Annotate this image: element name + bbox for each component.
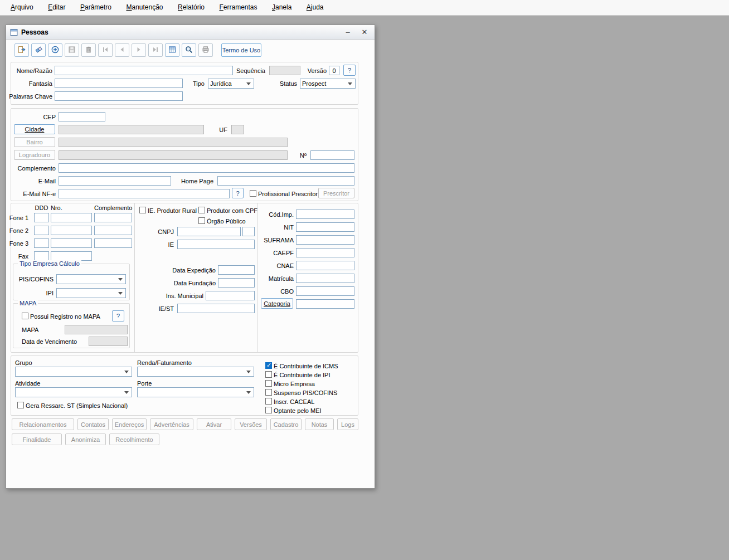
prescritor-button[interactable]: Prescritor: [318, 188, 354, 198]
fone1-complemento-field[interactable]: [94, 213, 132, 222]
add-button[interactable]: [48, 43, 62, 57]
status-select[interactable]: Prospect: [300, 79, 356, 89]
inscr-caceal-checkbox[interactable]: [265, 398, 272, 405]
nit-field[interactable]: [296, 222, 354, 232]
fone1-nro-field[interactable]: [51, 213, 92, 222]
possui-registro-mapa-checkbox[interactable]: [22, 313, 28, 319]
pis-cofins-select[interactable]: [56, 274, 126, 284]
renda-faturamento-select[interactable]: [137, 367, 254, 377]
categoria-button[interactable]: Categoria: [261, 298, 293, 309]
suspenso-pis-cofins-checkbox[interactable]: [265, 389, 272, 396]
home-page-field[interactable]: [217, 176, 354, 186]
profissional-prescritor-checkbox[interactable]: [250, 190, 256, 197]
logradouro-button[interactable]: Logradouro: [14, 150, 55, 160]
print-button[interactable]: [198, 43, 213, 57]
close-button[interactable]: ✕: [361, 28, 368, 36]
anonimiza-button[interactable]: Anonimiza: [65, 434, 106, 445]
suframa-field[interactable]: [296, 235, 354, 245]
categoria-field[interactable]: [296, 299, 354, 309]
fone1-ddd-field[interactable]: [34, 213, 49, 222]
finalidade-button[interactable]: Finalidade: [12, 434, 62, 445]
cnae-field[interactable]: [296, 261, 354, 270]
versoes-button[interactable]: Versões: [235, 418, 267, 430]
fone2-nro-field[interactable]: [51, 226, 92, 235]
nome-razao-field[interactable]: [55, 66, 233, 75]
fax-ddd-field[interactable]: [34, 251, 49, 261]
menu-janela[interactable]: Janela: [266, 0, 298, 15]
menu-relatorio[interactable]: Relatório: [172, 0, 211, 15]
ie-produtor-rural-checkbox[interactable]: [139, 207, 146, 213]
ie-st-field[interactable]: [177, 304, 255, 313]
produtor-com-cpf-checkbox[interactable]: [198, 207, 205, 213]
fax-nro-field[interactable]: [51, 251, 92, 261]
email-nfe-help-button[interactable]: ?: [232, 188, 244, 198]
atividade-select[interactable]: [15, 387, 132, 397]
next-record-button[interactable]: [132, 43, 146, 57]
mapa-help-button[interactable]: ?: [112, 310, 124, 322]
previous-record-button[interactable]: [115, 43, 129, 57]
menu-editar[interactable]: Editar: [42, 0, 71, 15]
clear-button[interactable]: [31, 43, 46, 57]
email-field[interactable]: [59, 176, 171, 186]
fone3-nro-field[interactable]: [51, 238, 92, 248]
delete-button[interactable]: [81, 43, 96, 57]
ie-field[interactable]: [177, 240, 255, 249]
menu-ferramentas[interactable]: Ferramentas: [213, 0, 263, 15]
grid-view-button[interactable]: [165, 43, 179, 57]
cep-field[interactable]: [59, 112, 105, 121]
cadastro-button[interactable]: Cadastro: [270, 418, 302, 430]
menu-parametro[interactable]: Parâmetro: [74, 0, 118, 15]
cbo-field[interactable]: [296, 286, 354, 296]
ins-municipal-field[interactable]: [206, 291, 255, 300]
palavras-chave-field[interactable]: [55, 91, 183, 101]
menu-manutencao[interactable]: Manutenção: [120, 0, 169, 15]
fone2-complemento-field[interactable]: [94, 226, 132, 235]
logs-button[interactable]: Logs: [337, 418, 358, 430]
first-record-button[interactable]: [98, 43, 113, 57]
save-button[interactable]: [65, 43, 79, 57]
cnpj-field[interactable]: [177, 227, 241, 236]
notas-button[interactable]: Notas: [305, 418, 334, 430]
grupo-select[interactable]: [15, 367, 132, 377]
ativar-button[interactable]: Ativar: [197, 418, 231, 430]
enderecos-button[interactable]: Endereços: [112, 418, 147, 430]
menu-arquivo[interactable]: Arquivo: [4, 0, 40, 15]
matricula-field[interactable]: [296, 274, 354, 283]
title-bar[interactable]: Pessoas – ✕: [6, 25, 375, 40]
tipo-select[interactable]: Jurídica: [208, 79, 254, 89]
relacionamentos-button[interactable]: Relacionamentos: [12, 418, 74, 430]
menu-ajuda[interactable]: Ajuda: [300, 0, 330, 15]
micro-empresa-checkbox[interactable]: [265, 380, 272, 387]
fone3-ddd-field[interactable]: [34, 238, 49, 248]
optante-mei-checkbox[interactable]: [265, 407, 272, 413]
bairro-button[interactable]: Bairro: [14, 137, 55, 147]
search-button[interactable]: [182, 43, 196, 57]
numero-field[interactable]: [310, 150, 354, 160]
cidade-button[interactable]: Cidade: [14, 124, 55, 134]
data-fundacao-field[interactable]: [218, 278, 255, 288]
fantasia-field[interactable]: [55, 79, 183, 88]
last-record-button[interactable]: [148, 43, 163, 57]
versao-help-button[interactable]: ?: [343, 65, 356, 76]
complemento-field[interactable]: [59, 163, 354, 173]
cnpj-suffix-field[interactable]: [242, 227, 255, 236]
exit-button[interactable]: [14, 43, 29, 57]
versao-field[interactable]: [329, 66, 339, 75]
email-nfe-field[interactable]: [59, 189, 230, 198]
contribuinte-ipi-checkbox[interactable]: [265, 371, 272, 378]
recolhimento-button[interactable]: Recolhimento: [109, 434, 159, 445]
contatos-button[interactable]: Contatos: [77, 418, 109, 430]
fone2-ddd-field[interactable]: [34, 226, 49, 235]
porte-select[interactable]: [137, 387, 254, 397]
fone3-complemento-field[interactable]: [94, 238, 132, 248]
termo-de-uso-button[interactable]: Termo de Uso: [221, 43, 261, 57]
data-expedicao-field[interactable]: [218, 265, 255, 275]
orgao-publico-checkbox[interactable]: [198, 217, 205, 224]
cod-imp-field[interactable]: [296, 210, 354, 219]
advertencias-button[interactable]: Advertências: [150, 418, 193, 430]
minimize-button[interactable]: –: [344, 28, 352, 36]
contribuinte-icms-checkbox[interactable]: [265, 362, 272, 369]
gera-ressarc-checkbox[interactable]: [17, 402, 24, 408]
caepf-field[interactable]: [296, 248, 354, 257]
ipi-select[interactable]: [56, 288, 126, 298]
